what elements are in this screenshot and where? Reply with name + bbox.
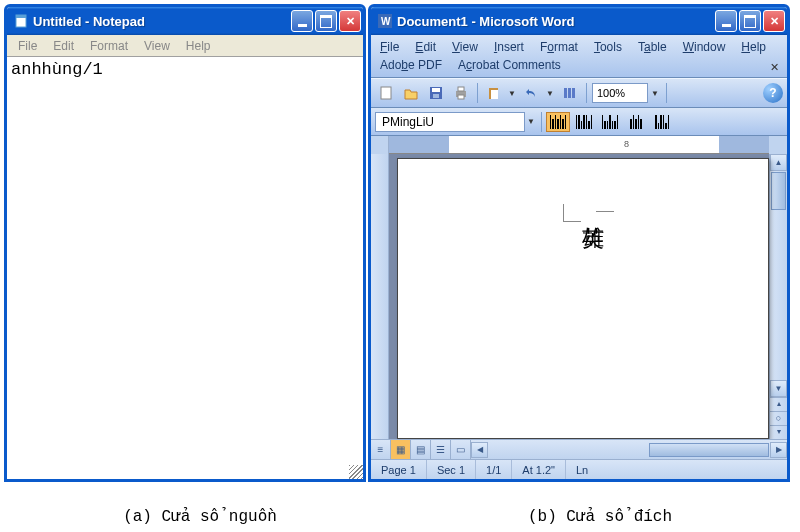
- scroll-up-button[interactable]: ▲: [770, 154, 787, 171]
- zoom-dropdown[interactable]: ▼: [651, 89, 661, 98]
- barcode-button-3[interactable]: [598, 112, 622, 132]
- toolbar-separator: [666, 83, 667, 103]
- margin-marker: [596, 204, 614, 212]
- print-layout-view-button[interactable]: ▦: [391, 440, 411, 459]
- vertical-ruler[interactable]: [371, 154, 389, 439]
- menu-view[interactable]: View: [137, 37, 177, 55]
- notepad-titlebar: Untitled - Notepad: [7, 7, 363, 35]
- menu-insert[interactable]: Insert: [491, 39, 527, 55]
- svg-rect-10: [458, 95, 464, 99]
- svg-rect-4: [381, 87, 391, 99]
- ruler-number: 8: [624, 139, 629, 149]
- svg-rect-1: [16, 15, 26, 18]
- new-doc-button[interactable]: [375, 82, 397, 104]
- svg-rect-13: [564, 88, 567, 98]
- menu-help[interactable]: Help: [738, 39, 769, 55]
- barcode-button-4[interactable]: [624, 112, 648, 132]
- bottom-bar: ≡ ▦ ▤ ☰ ▭ ◀ ▶: [371, 439, 787, 459]
- web-view-button[interactable]: ▤: [411, 440, 431, 459]
- menu-adobe-pdf[interactable]: Adobe PDF: [377, 57, 445, 73]
- document-area: 8 英雄 ▲ ▼ ▴ ○ ▾: [371, 136, 787, 459]
- toolbar-separator: [477, 83, 478, 103]
- font-combobox[interactable]: [375, 112, 525, 132]
- scroll-thumb[interactable]: [771, 172, 786, 210]
- paste-dropdown[interactable]: ▼: [508, 89, 518, 98]
- svg-text:W: W: [381, 16, 391, 27]
- save-button[interactable]: [425, 82, 447, 104]
- horizontal-scrollbar[interactable]: ◀ ▶: [471, 440, 787, 459]
- status-bar: Page 1 Sec 1 1/1 At 1.2" Ln: [371, 459, 787, 479]
- print-button[interactable]: [450, 82, 472, 104]
- next-page-button[interactable]: ▾: [770, 425, 787, 439]
- toolbar-separator: [541, 112, 542, 132]
- help-button[interactable]: ?: [763, 83, 783, 103]
- svg-rect-6: [432, 88, 440, 92]
- ruler-end: [769, 136, 787, 154]
- maximize-button[interactable]: [739, 10, 761, 32]
- notepad-text-area[interactable]: anhhùng/1: [7, 57, 363, 479]
- svg-rect-9: [458, 87, 464, 91]
- notepad-title: Untitled - Notepad: [33, 14, 291, 29]
- maximize-button[interactable]: [315, 10, 337, 32]
- toolbar-separator: [586, 83, 587, 103]
- notepad-window: Untitled - Notepad File Edit Format View…: [4, 4, 366, 482]
- zoom-combobox[interactable]: [592, 83, 648, 103]
- undo-button[interactable]: [521, 82, 543, 104]
- browse-object-button[interactable]: ○: [770, 411, 787, 425]
- columns-button[interactable]: [559, 82, 581, 104]
- menu-tools[interactable]: Tools: [591, 39, 625, 55]
- barcode-button-5[interactable]: [650, 112, 674, 132]
- undo-dropdown[interactable]: ▼: [546, 89, 556, 98]
- notepad-menubar: File Edit Format View Help: [7, 35, 363, 57]
- menu-edit[interactable]: Edit: [46, 37, 81, 55]
- menu-help[interactable]: Help: [179, 37, 218, 55]
- horizontal-ruler[interactable]: 8: [389, 136, 769, 154]
- word-title: Document1 - Microsoft Word: [397, 14, 715, 29]
- status-page: Page 1: [371, 460, 427, 479]
- notepad-icon: [13, 13, 29, 29]
- menu-view[interactable]: View: [449, 39, 481, 55]
- svg-rect-14: [568, 88, 571, 98]
- menu-format[interactable]: Format: [83, 37, 135, 55]
- prev-page-button[interactable]: ▴: [770, 397, 787, 411]
- open-button[interactable]: [400, 82, 422, 104]
- notepad-content: anhhùng/1: [11, 60, 103, 79]
- word-titlebar: W Document1 - Microsoft Word: [371, 7, 787, 35]
- svg-rect-7: [433, 94, 439, 98]
- menu-file[interactable]: File: [11, 37, 44, 55]
- menu-format[interactable]: Format: [537, 39, 581, 55]
- menu-file[interactable]: File: [377, 39, 402, 55]
- resize-grip[interactable]: [349, 465, 363, 479]
- scroll-down-button[interactable]: ▼: [770, 380, 787, 397]
- word-window: W Document1 - Microsoft Word File Edit V…: [368, 4, 790, 482]
- normal-view-button[interactable]: ≡: [371, 440, 391, 459]
- vertical-scrollbar[interactable]: ▲ ▼ ▴ ○ ▾: [769, 154, 787, 439]
- outline-view-button[interactable]: ☰: [431, 440, 451, 459]
- word-menubar: File Edit View Insert Format Tools Table…: [371, 35, 787, 78]
- svg-rect-12: [491, 90, 498, 99]
- reading-view-button[interactable]: ▭: [451, 440, 471, 459]
- ruler-corner: [371, 136, 389, 154]
- menu-acrobat-comments[interactable]: Acrobat Comments: [455, 57, 564, 73]
- barcode-button-2[interactable]: [572, 112, 596, 132]
- scroll-thumb[interactable]: [649, 443, 769, 457]
- caption-a: (a) Cửa sổ nguồn: [0, 506, 400, 526]
- svg-rect-15: [572, 88, 575, 98]
- menu-window[interactable]: Window: [680, 39, 729, 55]
- formatting-toolbar: ▼: [371, 108, 787, 136]
- close-button[interactable]: [763, 10, 785, 32]
- minimize-button[interactable]: [715, 10, 737, 32]
- document-page[interactable]: 英雄: [397, 158, 769, 439]
- font-dropdown[interactable]: ▼: [527, 117, 537, 126]
- close-button[interactable]: [339, 10, 361, 32]
- minimize-button[interactable]: [291, 10, 313, 32]
- scroll-left-button[interactable]: ◀: [471, 442, 488, 458]
- menu-edit[interactable]: Edit: [412, 39, 439, 55]
- document-close-button[interactable]: ✕: [767, 61, 781, 75]
- status-pages: 1/1: [476, 460, 512, 479]
- scroll-right-button[interactable]: ▶: [770, 442, 787, 458]
- menu-table[interactable]: Table: [635, 39, 670, 55]
- barcode-button-1[interactable]: [546, 112, 570, 132]
- paste-button[interactable]: [483, 82, 505, 104]
- status-line: Ln: [566, 460, 598, 479]
